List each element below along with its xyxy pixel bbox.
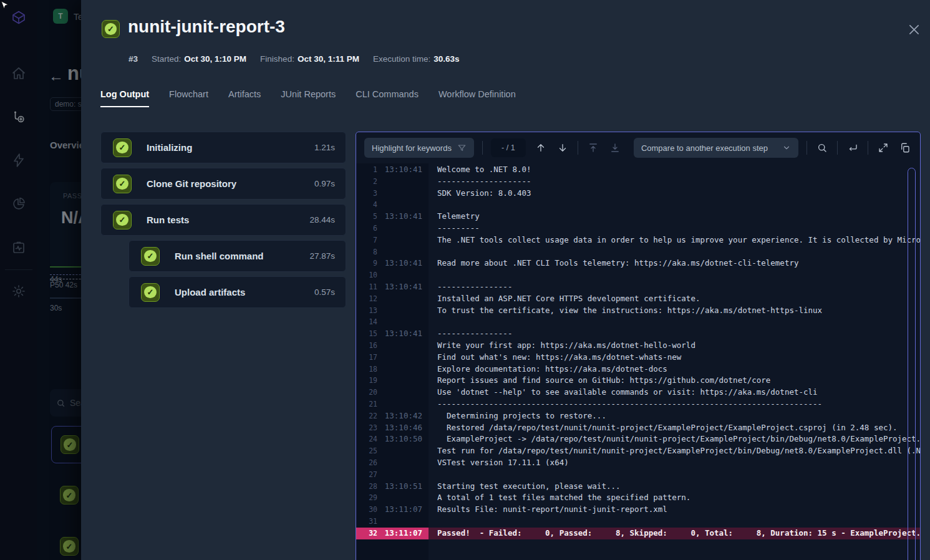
log-line-19: 19Report issues and find source on GitHu… [356, 375, 920, 387]
log-line-number: 19 [356, 375, 377, 387]
log-line-number: 13 [356, 305, 377, 317]
log-line-text: Results File: nunit-report/nunit-junit-r… [429, 504, 920, 516]
log-line-text [429, 316, 920, 328]
scroll-to-top-icon[interactable] [586, 141, 600, 155]
log-line-gutter: 4 [356, 199, 429, 211]
log-line-11: 1113:10:41---------------- [356, 281, 920, 293]
step-label: Upload artifacts [175, 287, 245, 297]
log-line-text: Telemetry [429, 211, 920, 223]
scroll-to-bottom-icon[interactable] [608, 141, 622, 155]
log-line-timestamp [377, 445, 422, 457]
log-line-timestamp: 13:10:50 [377, 433, 422, 445]
step-clone-git-repository[interactable]: ✓Clone Git repository0.97s [100, 168, 346, 200]
log-line-24: 2413:10:50 ExampleProject -> /data/repo/… [356, 433, 920, 445]
compare-execution-select[interactable]: Compare to another execution step [634, 138, 798, 158]
log-line-gutter: 16 [356, 340, 429, 352]
execution-passed-icon: ✓ [61, 435, 79, 454]
next-match-icon[interactable] [556, 141, 569, 155]
fullscreen-expand-icon[interactable] [876, 141, 890, 155]
log-line-timestamp: 13:10:42 [377, 410, 422, 422]
log-line-gutter: 19 [356, 375, 429, 387]
log-line-timestamp: 13:11:07 [377, 504, 422, 516]
log-line-10: 10 [356, 269, 920, 281]
step-duration: 28.44s [309, 215, 335, 224]
log-line-gutter: 18 [356, 364, 429, 375]
insights-icon[interactable] [11, 196, 26, 211]
step-run-tests[interactable]: ✓Run tests28.44s [100, 204, 346, 236]
triggers-icon[interactable] [11, 153, 26, 168]
environment-avatar[interactable]: T [53, 9, 68, 24]
log-scrollbar-thumb[interactable] [908, 168, 916, 560]
execution-list-item[interactable]: ✓ [51, 486, 81, 504]
tab-workflow-definition[interactable]: Workflow Definition [438, 89, 516, 107]
log-line-gutter: 1513:10:41 [356, 328, 429, 340]
wrap-lines-icon[interactable] [846, 141, 860, 155]
log-line-gutter: 10 [356, 269, 429, 281]
log-line-gutter: 3013:11:07 [356, 504, 429, 516]
log-line-number: 5 [356, 211, 377, 223]
log-line-number: 9 [356, 258, 377, 269]
log-line-18: 18Explore documentation: https://aka.ms/… [356, 364, 920, 375]
settings-gear-icon[interactable] [11, 284, 26, 299]
highlight-keywords-select[interactable]: Highlight for keywords [364, 138, 474, 158]
log-line-timestamp [377, 188, 422, 200]
finished-label: Finished: [260, 54, 294, 64]
tab-cli-commands[interactable]: CLI Commands [356, 89, 419, 107]
log-line-27: 27 [356, 469, 920, 481]
back-arrow-icon[interactable]: ← [49, 67, 64, 85]
log-line-timestamp [377, 516, 422, 528]
tab-flowchart[interactable]: Flowchart [169, 89, 208, 107]
log-lines[interactable]: 113:10:41Welcome to .NET 8.0!2----------… [356, 164, 920, 560]
previous-match-icon[interactable] [534, 141, 548, 155]
monitoring-icon[interactable] [11, 240, 26, 255]
toolbar-divider [482, 141, 483, 155]
step-upload-artifacts[interactable]: ✓Upload artifacts0.57s [128, 276, 346, 308]
copy-log-icon[interactable] [898, 141, 912, 155]
toolbar-divider [837, 141, 838, 155]
log-line-gutter: 1113:10:41 [356, 281, 429, 293]
execution-details-modal: ✓ nunit-junit-report-3 #3 Started:Oct 30… [81, 0, 930, 560]
log-line-text: Test run for /data/repo/test/nunit/nunit… [429, 445, 920, 457]
background-page: T Tes ← nu demo: sh Overview PASS/ N/A 4… [37, 0, 81, 560]
log-line-3: 3SDK Version: 8.0.403 [356, 188, 920, 200]
log-line-text [429, 269, 920, 281]
app-logo-icon[interactable] [11, 10, 26, 25]
execution-list-item[interactable]: ✓ [51, 537, 81, 556]
step-run-shell-command[interactable]: ✓Run shell command27.87s [128, 240, 346, 272]
step-initializing[interactable]: ✓Initializing1.21s [100, 132, 346, 163]
step-duration: 27.87s [309, 251, 335, 261]
log-line-number: 23 [356, 422, 377, 434]
search-log-icon[interactable] [815, 141, 829, 155]
step-label: Run shell command [175, 251, 264, 261]
log-line-gutter: 25 [356, 445, 429, 457]
tab-junit-reports[interactable]: JUnit Reports [281, 89, 336, 107]
tab-log-output[interactable]: Log Output [100, 89, 149, 107]
log-line-17: 17Find out what's new: https://aka.ms/do… [356, 352, 920, 364]
home-icon[interactable] [11, 66, 26, 81]
log-toolbar: Highlight for keywords - / 1 [356, 132, 920, 163]
log-line-gutter: 27 [356, 469, 429, 481]
close-icon[interactable] [904, 19, 924, 39]
environment-name[interactable]: Tes [74, 12, 81, 22]
log-line-timestamp [377, 199, 422, 211]
log-line-text: Use 'dotnet --help' to see available com… [429, 387, 920, 398]
execution-passed-icon: ✓ [60, 486, 79, 504]
log-line-1: 113:10:41Welcome to .NET 8.0! [356, 164, 920, 176]
execution-list-item[interactable]: ✓ [51, 426, 81, 463]
log-line-timestamp [377, 269, 422, 281]
log-line-gutter: 26 [356, 457, 429, 469]
log-line-number: 26 [356, 457, 377, 469]
log-line-14: 14 [356, 316, 920, 328]
log-line-text [429, 199, 920, 211]
log-line-number: 20 [356, 387, 377, 398]
executions-search-input[interactable]: Sea [50, 389, 81, 417]
log-line-text: SDK Version: 8.0.403 [429, 188, 920, 200]
test-workflows-icon[interactable] [11, 109, 26, 124]
log-line-timestamp [377, 176, 422, 188]
tab-artifacts[interactable]: Artifacts [228, 89, 261, 107]
log-line-16: 16Write your first app: https://aka.ms/d… [356, 340, 920, 352]
log-line-text: To trust the certificate, view the instr… [429, 305, 920, 317]
step-status-passed-icon: ✓ [113, 211, 132, 229]
step-status-passed-icon: ✓ [113, 175, 132, 193]
log-line-timestamp: 13:10:41 [377, 164, 422, 176]
